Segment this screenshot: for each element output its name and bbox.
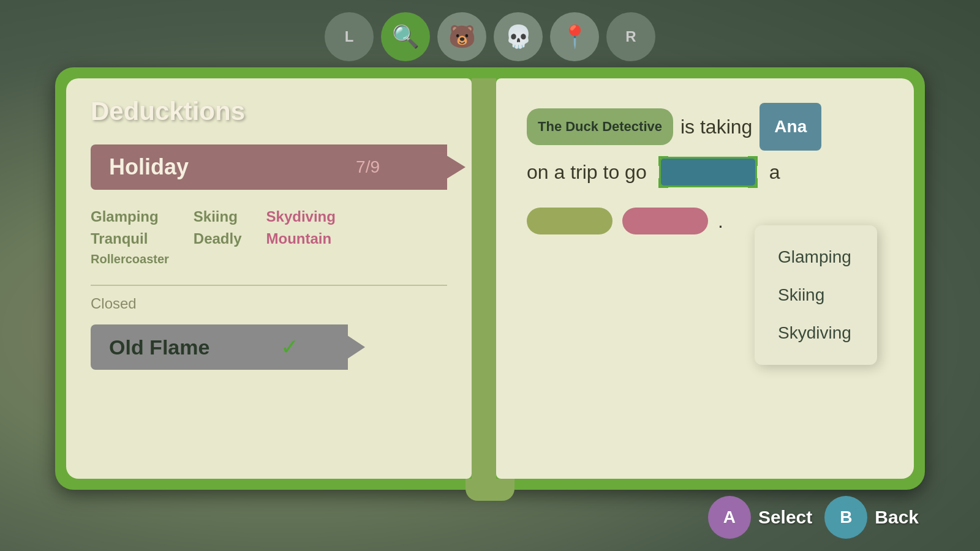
dropdown-option-skydiving[interactable]: Skydiving — [760, 315, 872, 351]
holiday-title: Holiday — [109, 154, 189, 180]
verb-text: is taking — [680, 105, 752, 148]
tag-mountain: Mountain — [266, 230, 336, 247]
closed-label: Closed — [91, 295, 447, 312]
col-3: Skydiving Mountain — [266, 208, 336, 266]
bear-icon: 🐻 — [448, 24, 476, 50]
tag-deadly: Deadly — [194, 230, 242, 247]
book-tab — [466, 479, 514, 501]
a-button[interactable]: A — [708, 496, 751, 539]
old-flame-title: Old Flame — [109, 335, 209, 359]
dropdown-menu: Glamping Skiing Skydiving — [755, 225, 877, 365]
col-2: Skiing Deadly — [194, 208, 242, 266]
left-page: Deducktions Holiday 7/9 Glamping Tranqui… — [66, 78, 472, 479]
book-spine — [472, 78, 496, 479]
items-grid: Glamping Tranquil Rollercoaster Skiing D… — [91, 202, 447, 272]
a-button-label: A — [723, 508, 736, 527]
select-action[interactable]: A Select — [708, 496, 812, 539]
sentence-area: The Duck Detective is taking Ana on a tr… — [527, 103, 883, 242]
r-trigger-label: R — [625, 28, 636, 45]
tag-glamping: Glamping — [91, 208, 169, 225]
tag-rollercoaster: Rollercoaster — [91, 252, 169, 266]
name-tag: Ana — [760, 103, 821, 151]
tab-skull[interactable]: 💀 — [494, 12, 543, 61]
trip-text: on a trip to go — [527, 151, 647, 193]
b-button[interactable]: B — [824, 496, 867, 539]
tab-bear[interactable]: 🐻 — [437, 12, 486, 61]
b-button-label: B — [840, 508, 852, 527]
source-tag: The Duck Detective — [527, 108, 673, 145]
divider — [91, 285, 447, 286]
suffix-text: a — [769, 151, 780, 193]
period: . — [718, 200, 723, 242]
select-label: Select — [758, 507, 812, 528]
top-nav: L 🔍 🐻 💀 📍 R — [325, 12, 655, 61]
blank-selector[interactable] — [659, 157, 757, 187]
sentence-line-1: The Duck Detective is taking Ana — [527, 103, 883, 151]
holiday-banner: Holiday 7/9 — [91, 144, 447, 190]
tag-skydiving: Skydiving — [266, 208, 336, 225]
holiday-category[interactable]: Holiday 7/9 — [91, 144, 447, 190]
sentence-line-2: on a trip to go a — [527, 151, 883, 193]
book: Deducktions Holiday 7/9 Glamping Tranqui… — [55, 67, 925, 490]
l-trigger[interactable]: L — [325, 12, 374, 61]
tab-search[interactable]: 🔍 — [381, 12, 430, 61]
pill-olive — [527, 208, 612, 234]
solved-checkmark: ✓ — [281, 334, 299, 360]
skull-icon: 💀 — [505, 24, 532, 50]
tab-location[interactable]: 📍 — [550, 12, 599, 61]
back-action[interactable]: B Back — [824, 496, 919, 539]
dropdown-option-glamping[interactable]: Glamping — [760, 239, 872, 276]
old-flame-banner[interactable]: Old Flame ✓ — [91, 324, 348, 370]
page-title: Deducktions — [91, 97, 447, 126]
holiday-score: 7/9 — [356, 157, 380, 177]
back-label: Back — [875, 507, 919, 528]
search-icon: 🔍 — [392, 24, 420, 50]
tag-tranquil: Tranquil — [91, 230, 169, 247]
bottom-nav: A Select B Back — [708, 496, 919, 539]
col-1: Glamping Tranquil Rollercoaster — [91, 208, 169, 266]
location-icon: 📍 — [561, 24, 589, 50]
tag-skiing: Skiing — [194, 208, 242, 225]
right-page: The Duck Detective is taking Ana on a tr… — [496, 78, 914, 479]
pill-pink — [622, 208, 708, 234]
l-trigger-label: L — [345, 28, 354, 45]
dropdown-option-skiing[interactable]: Skiing — [760, 277, 872, 313]
r-trigger[interactable]: R — [606, 12, 655, 61]
